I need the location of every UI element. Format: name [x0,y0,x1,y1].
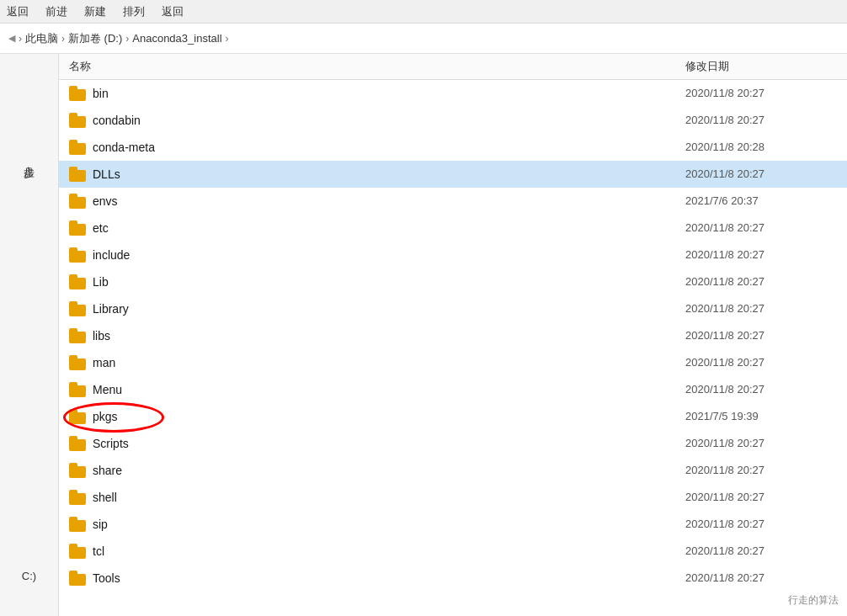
folder-date: 2020/11/8 20:27 [685,356,837,369]
folder-date: 2020/11/8 20:27 [685,437,837,449]
folder-date: 2021/7/5 19:39 [685,410,837,422]
table-row[interactable]: bin2020/11/8 20:27 [59,80,847,107]
column-headers: 名称 修改日期 [59,54,847,80]
folder-date: 2020/11/8 20:27 [685,302,837,315]
folder-icon [69,86,86,101]
table-row[interactable]: include2020/11/8 20:27 [59,242,847,268]
sidebar: 步盘 C:) [0,54,59,616]
table-row[interactable]: shell2020/11/8 20:27 [59,484,847,511]
sync-label: 步盘 [19,155,40,162]
watermark: 行走的算法 [788,593,839,608]
breadcrumb-item-folder[interactable]: Anaconda3_install [132,32,221,45]
table-row[interactable]: sip2020/11/8 20:27 [59,511,847,538]
folder-date: 2020/11/8 20:27 [685,491,837,503]
folder-date: 2020/11/8 20:27 [685,464,837,476]
breadcrumb-sep2: › [125,33,129,45]
folder-icon [69,544,86,559]
folder-date: 2020/11/8 20:27 [685,383,837,396]
folder-date: 2020/11/8 20:27 [685,518,837,530]
folder-date: 2020/11/8 20:27 [685,221,837,234]
folder-name: pkgs [93,410,685,423]
folder-date: 2020/11/8 20:28 [685,141,837,153]
folder-icon [69,436,86,451]
folder-icon [69,113,86,128]
folder-name: Lib [93,275,685,289]
toolbar-forward[interactable]: 前进 [45,4,67,19]
content-area: 名称 修改日期 bin2020/11/8 20:27condabin2020/1… [59,54,847,616]
folder-icon [69,328,86,343]
folder-icon [69,220,86,236]
toolbar-sort[interactable]: 排列 [123,4,145,19]
folder-icon [69,140,86,155]
table-row[interactable]: envs2021/7/6 20:37 [59,188,847,215]
folder-icon [69,409,86,424]
folder-date: 2021/7/6 20:37 [685,194,837,207]
table-row[interactable]: Menu2020/11/8 20:27 [59,376,847,403]
breadcrumb: ◀ › 此电脑 › 新加卷 (D:) › Anaconda3_install › [0,24,847,54]
table-row[interactable]: libs2020/11/8 20:27 [59,322,847,349]
table-row[interactable]: pkgs2021/7/5 19:39 [59,403,847,430]
folder-name: Scripts [93,437,685,450]
folder-name: conda-meta [93,141,685,154]
table-row[interactable]: Scripts2020/11/8 20:27 [59,430,847,457]
folder-date: 2020/11/8 20:27 [685,544,837,557]
table-row[interactable]: Tools2020/11/8 20:27 [59,565,847,592]
folder-name: share [93,464,685,477]
folder-date: 2020/11/8 20:27 [685,248,837,261]
folder-icon [69,247,86,263]
folder-date: 2020/11/8 20:27 [685,275,837,288]
folder-icon [69,490,86,505]
folder-icon [69,517,86,532]
folder-name: libs [93,329,685,343]
folder-date: 2020/11/8 20:27 [685,114,837,126]
folder-name: sip [93,518,685,531]
folder-name: bin [93,87,685,100]
folder-name: Library [93,302,685,316]
folder-name: Menu [93,383,685,396]
folder-icon [69,571,86,586]
folder-icon [69,463,86,478]
breadcrumb-item-drive[interactable]: 新加卷 (D:) [68,31,122,46]
folder-icon [69,274,86,289]
col-date-header: 修改日期 [685,59,837,74]
toolbar: 返回 前进 新建 排列 返回 [0,0,847,24]
breadcrumb-sep1: › [61,33,65,45]
col-name-header: 名称 [69,59,685,74]
folder-date: 2020/11/8 20:27 [685,87,837,99]
folder-icon [69,167,86,182]
folder-icon [69,355,86,370]
folder-list: bin2020/11/8 20:27condabin2020/11/8 20:2… [59,80,847,592]
folder-icon [69,382,86,397]
breadcrumb-arrow[interactable]: ◀ [8,33,15,44]
folder-icon [69,194,86,209]
folder-name: include [93,248,685,262]
folder-name: etc [93,221,685,235]
breadcrumb-item-computer[interactable]: 此电脑 [25,31,58,46]
table-row[interactable]: Lib2020/11/8 20:27 [59,268,847,295]
folder-name: man [93,356,685,369]
toolbar-back[interactable]: 返回 [7,4,29,19]
table-row[interactable]: etc2020/11/8 20:27 [59,215,847,242]
table-row[interactable]: conda-meta2020/11/8 20:28 [59,134,847,161]
folder-name: condabin [93,114,685,127]
folder-date: 2020/11/8 20:27 [685,571,837,584]
folder-name: envs [93,194,685,208]
toolbar-new[interactable]: 新建 [84,4,106,19]
table-row[interactable]: man2020/11/8 20:27 [59,349,847,376]
bottom-drive-label: C:) [22,570,36,582]
folder-icon [69,301,86,316]
table-row[interactable]: Library2020/11/8 20:27 [59,295,847,322]
breadcrumb-sep0: › [19,33,22,45]
folder-name: DLLs [93,167,685,181]
table-row[interactable]: tcl2020/11/8 20:27 [59,538,847,565]
table-row[interactable]: condabin2020/11/8 20:27 [59,107,847,134]
folder-date: 2020/11/8 20:27 [685,329,837,342]
folder-date: 2020/11/8 20:27 [685,167,837,180]
breadcrumb-sep3: › [226,33,229,45]
folder-name: tcl [93,544,685,558]
toolbar-return[interactable]: 返回 [162,4,184,19]
table-row[interactable]: share2020/11/8 20:27 [59,457,847,484]
folder-name: Tools [93,571,685,585]
table-row[interactable]: DLLs2020/11/8 20:27 [59,161,847,188]
folder-name: shell [93,491,685,504]
